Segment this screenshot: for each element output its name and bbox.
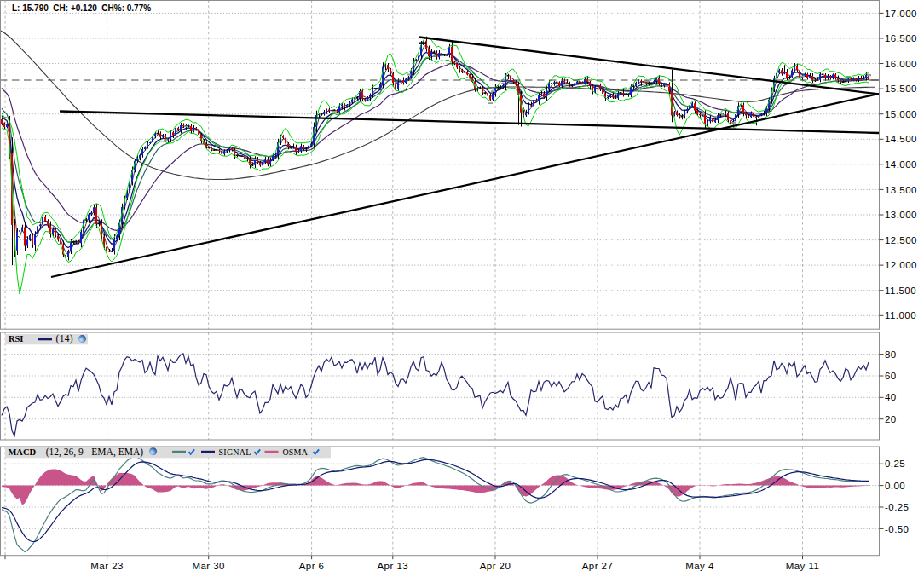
svg-text:(14): (14) xyxy=(56,333,73,344)
svg-text:Mar 30: Mar 30 xyxy=(192,561,225,571)
svg-text:Apr 13: Apr 13 xyxy=(378,561,409,571)
svg-text:0.25: 0.25 xyxy=(885,459,905,469)
svg-text:OSMA: OSMA xyxy=(282,447,308,457)
svg-text:MACD: MACD xyxy=(8,447,36,457)
svg-text:0.00: 0.00 xyxy=(885,481,905,491)
svg-text:40: 40 xyxy=(885,392,897,402)
svg-text:16.000: 16.000 xyxy=(885,59,917,69)
svg-text:12.000: 12.000 xyxy=(885,260,917,270)
svg-text:14.000: 14.000 xyxy=(885,159,917,170)
svg-text:15.000: 15.000 xyxy=(885,109,917,119)
svg-text:12.500: 12.500 xyxy=(885,235,917,245)
svg-text:17.000: 17.000 xyxy=(885,9,917,19)
svg-text:May 4: May 4 xyxy=(685,561,714,571)
svg-text:(12, 26, 9 - EMA, EMA): (12, 26, 9 - EMA, EMA) xyxy=(46,447,144,458)
svg-text:11.500: 11.500 xyxy=(885,286,916,296)
svg-text:RSI: RSI xyxy=(9,334,24,343)
svg-text:60: 60 xyxy=(885,371,897,381)
svg-text:13.000: 13.000 xyxy=(885,210,917,220)
svg-text:11.000: 11.000 xyxy=(885,310,916,320)
svg-text:-0.25: -0.25 xyxy=(885,502,909,512)
svg-text:15.500: 15.500 xyxy=(885,84,917,94)
svg-text:-0.50: -0.50 xyxy=(885,524,909,534)
svg-text:SIGNAL: SIGNAL xyxy=(219,447,251,457)
svg-text:Apr 20: Apr 20 xyxy=(480,561,511,571)
svg-text:Mar 23: Mar 23 xyxy=(90,561,124,571)
svg-text:20: 20 xyxy=(885,414,897,424)
svg-text:Apr 6: Apr 6 xyxy=(299,561,325,571)
svg-text:May 11: May 11 xyxy=(786,561,820,571)
svg-text:13.500: 13.500 xyxy=(885,185,917,195)
svg-text:Apr 27: Apr 27 xyxy=(582,561,614,571)
svg-text:14.500: 14.500 xyxy=(885,134,917,144)
svg-text:16.500: 16.500 xyxy=(885,33,917,43)
svg-text:80: 80 xyxy=(885,349,897,360)
svg-text:L: 15.790 CH: +0.120 CH%: 0.: L: 15.790 CH: +0.120 CH%: 0.77% xyxy=(12,3,151,13)
